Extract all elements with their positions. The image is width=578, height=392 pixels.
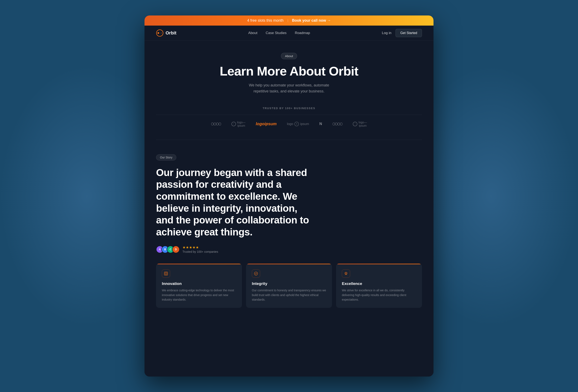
nav-link-case-studies[interactable]: Case Studies [266,31,287,35]
integrity-desc: Our commitment to honesty and transparen… [252,288,326,302]
social-proof: A B C D ★★★★★ Trusted by 100+ companies [156,245,422,253]
stars: ★★★★★ [183,245,218,250]
proof-text: Trusted by 100+ companies [183,250,218,253]
orbit-logo-icon [156,29,163,37]
logo-text: Orbit [166,30,177,36]
logo-circle-2: + [231,122,236,126]
logo-6 [333,122,342,126]
excellence-desc: We strive for excellence in all we do, c… [342,288,416,302]
get-started-button[interactable]: Get Started [395,29,422,37]
navbar: Orbit About Case Studies Roadmap Log in … [144,26,434,41]
innovation-desc: We embrace cutting-edge technology to de… [162,288,236,302]
avatar-4: D [172,246,180,253]
excellence-icon [342,269,350,278]
hero-section: About Learn More About Orbit We help you… [144,41,434,105]
logo-5: N [319,122,322,126]
announcement-link[interactable]: Book your call now → [292,18,331,23]
value-card-excellence: Excellence We strive for excellence in a… [336,264,422,308]
logo-italic: logоipsum [256,122,277,126]
main-content: About Learn More About Orbit We help you… [144,41,434,377]
integrity-icon-svg [254,271,258,276]
hero-subtitle: We help you automate your workflows, aut… [243,82,335,94]
trusted-label: TRUSTED BY 100+ BUSINESSES [156,107,422,110]
value-card-integrity: Integrity Our commitment to honesty and … [246,264,332,308]
logo-7: + logo—ipsum [353,121,367,127]
excellence-icon-svg [344,271,348,276]
logo-icon-1 [211,122,221,126]
hero-badge: About [281,53,297,59]
logo-4: logo ⊕ ipsum [287,122,309,126]
integrity-icon [252,269,260,278]
integrity-title: Integrity [252,281,326,286]
svg-point-1 [157,32,159,34]
logo-circle-4: ⊕ [294,122,299,126]
trusted-section: TRUSTED BY 100+ BUSINESSES + l [144,105,434,135]
logo-1 [211,122,221,126]
value-card-innovation: Innovation We embrace cutting-edge techn… [156,264,242,308]
innovation-icon-svg [164,271,168,276]
logos-row: + logo—ipsum logоipsum logo ⊕ ipsum [156,115,422,127]
section-divider [156,140,422,140]
svg-point-0 [156,30,163,36]
avatars: A B C D [156,246,180,253]
our-story-badge: Our Story [156,154,176,161]
logo-3: logоipsum [256,122,277,126]
svg-rect-3 [164,272,168,275]
logo-bold: N [319,122,322,126]
svg-point-2 [161,33,162,33]
values-grid: Innovation We embrace cutting-edge techn… [156,264,422,308]
svg-rect-4 [165,273,167,274]
our-story-section: Our Story Our journey began with a share… [144,144,434,316]
logo-circle-7: + [353,122,357,126]
logo-icon-6 [333,122,342,126]
nav-link-roadmap[interactable]: Roadmap [295,31,310,35]
excellence-title: Excellence [342,281,416,286]
logo-2: + logo—ipsum [231,121,245,127]
hero-title: Learn More About Orbit [220,64,358,78]
browser-window: 4 free slots this month Book your call n… [144,15,434,377]
announcement-text: 4 free slots this month [247,18,284,23]
login-button[interactable]: Log in [382,31,391,35]
nav-links: About Case Studies Roadmap [248,31,310,35]
svg-point-5 [254,272,258,275]
announcement-bar: 4 free slots this month Book your call n… [144,15,434,26]
innovation-title: Innovation [162,281,236,286]
innovation-icon [162,269,170,278]
proof-text-block: ★★★★★ Trusted by 100+ companies [183,245,218,253]
nav-logo: Orbit [156,29,177,37]
story-headline: Our journey began with a shared passion … [156,167,311,238]
nav-actions: Log in Get Started [382,29,422,37]
announcement-separator [288,19,288,22]
nav-link-about[interactable]: About [248,31,257,35]
